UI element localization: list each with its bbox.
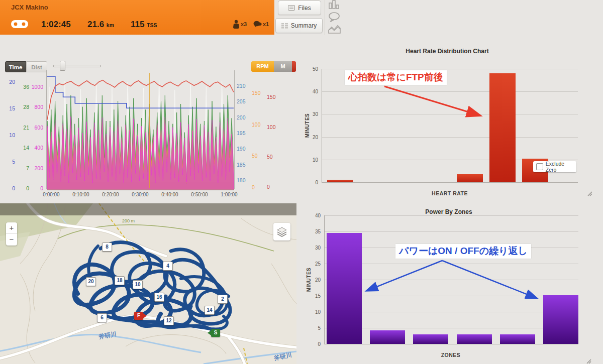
power-chart-xlabel: ZONES [441,352,461,358]
toggle-rpm[interactable]: RPM [251,61,274,72]
series-cadence [47,120,234,189]
axis-heartrate-tick: 0 [267,184,270,190]
hr-chart-resize-handle[interactable] [587,191,592,196]
map-lap-marker-6[interactable]: 6 [97,313,107,322]
map-panel[interactable]: 200 m + − 8420181016214126FS 斧研川斧研川 [0,203,296,364]
axis-green-tick: 7 [26,165,29,171]
power_by_zones-gridline [324,215,578,216]
bar-chart-view-icon[interactable] [328,0,342,9]
power_by_zones-bar [370,330,405,344]
toggle-m[interactable]: M [274,61,292,72]
axis-green-tick: 28 [23,104,29,110]
axis-elevation-tick: 185 [237,162,246,168]
power_by_zones-gridline [324,296,578,296]
hr_distribution-gridline [322,91,578,92]
series-elevation [47,76,234,108]
map-lap-marker-14[interactable]: 14 [205,306,215,315]
axis-cadence-tick: 100 [252,122,261,128]
power_by_zones-ytick: 5 [318,325,321,331]
power-annotation: パワーはON / OFFの繰り返し [395,244,531,259]
summary-button[interactable]: Summary [275,18,323,33]
power_by_zones-ytick: 20 [315,277,321,283]
power_by_zones-ytick: 30 [315,245,321,251]
exclude-zero-checkbox[interactable] [536,163,543,170]
map-lap-marker-18[interactable]: 18 [115,276,125,285]
power_by_zones-ytick: 25 [315,261,321,267]
graph-smoothing-slider-handle[interactable] [60,61,65,71]
map-lap-marker-20[interactable]: 20 [86,277,96,286]
map-start-marker[interactable]: S [211,329,220,337]
axis-elevation-tick: 205 [237,98,246,104]
hr_distribution-bar [489,73,516,182]
map-lap-marker-4[interactable]: 4 [163,262,173,271]
axis-heartrate-tick: 50 [267,154,273,160]
power_by_zones-ytick: 35 [315,229,321,234]
power-chart-title: Power By Zones [425,208,472,215]
map-layers-button[interactable] [273,223,290,240]
hr_distribution-ytick: 10 [313,157,318,162]
map-lap-marker-10[interactable]: 10 [133,280,143,289]
series-power [47,116,234,189]
power_by_zones-bar [500,334,535,344]
map-lap-marker-2[interactable]: 2 [218,295,228,304]
exclude-zero-control[interactable]: Exclude Zero [533,161,576,172]
telemetry-elevation-band [47,182,234,190]
hr_distribution-gridline [322,69,578,69]
files-button[interactable]: Files [278,1,321,15]
telemetry-x-label: 1:00:00 [221,192,237,197]
map-canvas [0,203,296,364]
axis-magenta-tick: 1000 [32,84,43,90]
axis-heartrate-tick: 100 [267,124,276,130]
hr_distribution-ytick: 20 [313,134,318,140]
axis-green-tick: 36 [23,84,29,90]
header-divider [250,18,250,30]
map-zoom-control: + − [6,222,17,246]
axis-green-tick: 0 [26,185,29,191]
map-zoom-out-button[interactable]: − [6,234,17,246]
app-window: JCX Makino 1:02:45 21.6 km 115 TSS x3 x1… [0,0,603,364]
map-lap-marker-16[interactable]: 16 [154,293,164,302]
duration-stat: 1:02:45 [41,20,71,30]
power_by_zones-ytick: 0 [318,341,321,347]
tab-dist[interactable]: Dist [26,61,47,72]
hr_distribution-ytick: 50 [313,66,318,72]
power_by_zones-gridline [324,328,578,328]
power-chart-resize-handle[interactable] [586,358,591,364]
map-finish-marker[interactable]: F [134,312,143,320]
hr-chart-title: Heart Rate Distribution Chart [406,48,488,55]
axis-elevation-tick: 190 [237,146,246,152]
telemetry-x-label: 0:10:00 [72,192,89,197]
telemetry-x-label: 0:40:00 [161,192,178,197]
activity-header-card[interactable]: JCX Makino 1:02:45 21.6 km 115 TSS x3 x1 [0,0,274,35]
telemetry-left-axis-line [46,70,47,189]
axis-magenta-tick: 800 [34,104,43,110]
strength-count: x3 [241,21,247,27]
trend-chart-view-icon[interactable] [328,24,341,34]
distance-stat: 21.6 km [87,20,114,30]
map-lap-marker-8[interactable]: 8 [102,242,112,252]
comments-icon [253,21,262,28]
axis-magenta-tick: 600 [34,125,43,131]
telemetry-x-label: 0:50:00 [191,192,208,197]
telemetry-right-axis-line [234,70,235,189]
axis-magenta-tick: 200 [34,165,43,171]
tab-time[interactable]: Time [5,61,26,72]
axis-heartrate-tick: 150 [267,94,276,100]
toggle-bpm-sliver[interactable] [292,61,296,72]
axis-blue-tick: 20 [9,79,15,85]
power-chart-ylabel: MINUTES [306,268,312,292]
hr_distribution-gridline [322,114,578,114]
hr_distribution-bar [327,180,353,182]
power_by_zones-gridline [324,344,578,344]
bike-chain-icon [11,18,29,30]
map-zoom-in-button[interactable]: + [6,222,17,234]
power_by_zones-bar [327,233,362,344]
axis-cadence-tick: 150 [252,90,261,96]
power_by_zones-bar [413,334,448,344]
strength-icon [233,20,240,29]
power_by_zones-bar [543,295,578,344]
map-lap-marker-12[interactable]: 12 [164,316,174,325]
hr-chart-ylabel: MINUTES [305,113,310,138]
comment-view-icon[interactable] [328,12,341,22]
hr_distribution-gridline [322,137,578,138]
